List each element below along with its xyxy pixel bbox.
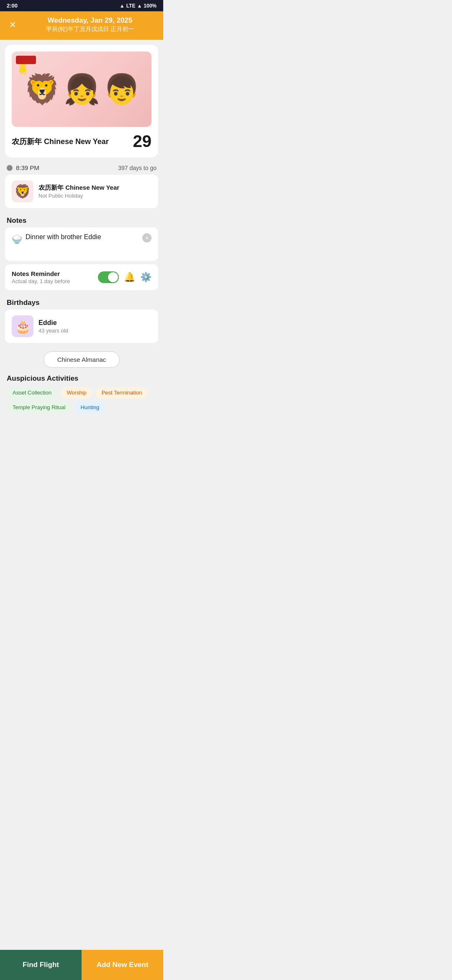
event-time: 8:39 PM — [16, 164, 39, 171]
birthday-card[interactable]: 🎂 Eddie 43 years old — [5, 309, 158, 343]
activities-section: Auspicious Activities Asset Collection W… — [0, 371, 163, 418]
status-time: 2:00 — [7, 3, 18, 9]
header: ✕ Wednesday, Jan 29, 2025 甲辰(蛇)年丁丑月戊戌日 正… — [0, 11, 163, 40]
notes-section-label: Notes — [0, 211, 163, 227]
close-button[interactable]: ✕ — [7, 19, 18, 31]
time-row: 8:39 PM 397 days to go — [0, 161, 163, 175]
bell-icon[interactable]: 🔔 — [124, 272, 135, 283]
birthday-icon: 🎂 — [12, 315, 33, 337]
notes-input-area[interactable]: 🍚 Dinner with brother Eddie × — [5, 227, 158, 261]
reminder-title: Notes Reminder — [12, 270, 70, 277]
almanac-button[interactable]: Chinese Almanac — [44, 351, 120, 368]
header-date: Wednesday, Jan 29, 2025 — [23, 16, 157, 25]
tag-asset-collection: Asset Collection — [7, 387, 57, 398]
birthday-info: Eddie 43 years old — [39, 319, 68, 334]
reminder-controls: 🔔 ⚙️ — [98, 271, 152, 283]
event-date-number: 29 — [133, 132, 152, 151]
lion-dance-illustration: 🦁👧👦 — [24, 72, 140, 106]
signal-icon: ▲ — [137, 3, 142, 9]
reminder-subtitle: Actual day, 1 day before — [12, 278, 70, 284]
tag-hunting: Hunting — [74, 402, 105, 413]
notes-text[interactable]: Dinner with brother Eddie — [26, 233, 142, 241]
battery-label: 100% — [144, 3, 157, 9]
toggle-knob — [108, 272, 118, 282]
event-title-row: 农历新年 Chinese New Year 29 — [12, 132, 152, 151]
holiday-subtitle: Not Public Holiday — [39, 193, 119, 199]
holiday-card[interactable]: 🦁 农历新年 Chinese New Year Not Public Holid… — [5, 175, 158, 208]
tag-temple-praying: Temple Praying Ritual — [7, 402, 71, 413]
status-icons: ▲ LTE ▲ 100% — [120, 3, 157, 9]
birthday-age: 43 years old — [39, 328, 68, 334]
event-card: 🦁👧👦 正月初一 农历新年 Chinese New Year 29 — [5, 45, 158, 157]
birthdays-section-label: Birthdays — [0, 294, 163, 309]
event-image: 🦁👧👦 正月初一 — [12, 52, 152, 127]
holiday-title: 农历新年 Chinese New Year — [39, 184, 119, 192]
reminder-info: Notes Reminder Actual day, 1 day before — [12, 270, 70, 284]
header-text: Wednesday, Jan 29, 2025 甲辰(蛇)年丁丑月戊戌日 正月初… — [23, 16, 157, 33]
content-area: 🦁👧👦 正月初一 农历新年 Chinese New Year 29 8:39 P… — [0, 45, 163, 451]
holiday-emoji: 🦁 — [14, 183, 31, 199]
lte-label: LTE — [126, 3, 136, 9]
time-left: 8:39 PM — [7, 164, 39, 171]
holiday-icon: 🦁 — [12, 181, 33, 202]
tags-container: Asset Collection Worship Pest Terminatio… — [7, 387, 157, 413]
reminder-toggle[interactable] — [98, 271, 119, 283]
birthday-name: Eddie — [39, 319, 68, 327]
notes-emoji: 🍚 — [12, 234, 22, 244]
birthday-emoji: 🎂 — [15, 319, 31, 334]
red-banner: 正月初一 — [16, 56, 36, 64]
status-bar: 2:00 ▲ LTE ▲ 100% — [0, 0, 163, 11]
tag-pest-termination: Pest Termination — [96, 387, 148, 398]
header-lunar: 甲辰(蛇)年丁丑月戊戌日 正月初一 — [23, 26, 157, 33]
activities-title: Auspicious Activities — [7, 374, 157, 383]
gear-icon[interactable]: ⚙️ — [140, 272, 152, 283]
tag-worship: Worship — [61, 387, 92, 398]
event-title: 农历新年 Chinese New Year — [12, 137, 109, 147]
notes-clear-button[interactable]: × — [142, 233, 152, 242]
days-to-go: 397 days to go — [118, 165, 157, 171]
almanac-container: Chinese Almanac — [0, 346, 163, 371]
holiday-info: 农历新年 Chinese New Year Not Public Holiday — [39, 184, 119, 199]
time-dot — [7, 165, 13, 171]
reminder-row: Notes Reminder Actual day, 1 day before … — [5, 264, 158, 290]
wifi-icon: ▲ — [120, 3, 125, 9]
